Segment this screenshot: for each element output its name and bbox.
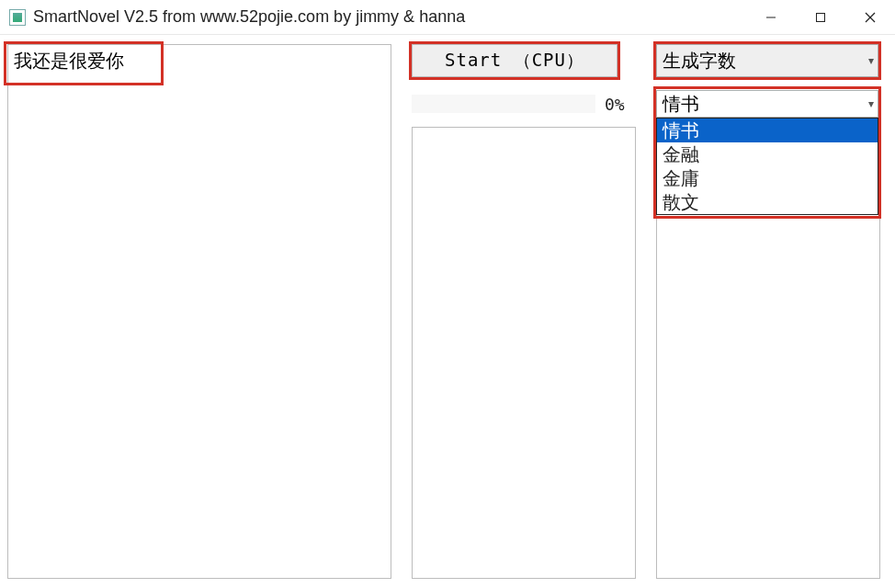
output-middle[interactable] bbox=[412, 127, 636, 579]
close-button[interactable] bbox=[845, 0, 895, 34]
style-dropdown-list[interactable]: 情书 金融 金庸 散文 bbox=[656, 118, 878, 215]
progress-percent: 0% bbox=[605, 95, 625, 114]
titlebar: SmartNovel V2.5 from www.52pojie.com by … bbox=[0, 0, 895, 35]
window-title: SmartNovel V2.5 from www.52pojie.com by … bbox=[33, 7, 746, 27]
style-option[interactable]: 金融 bbox=[657, 142, 878, 166]
progress-bar bbox=[412, 95, 595, 113]
style-select[interactable]: 情书 ▾ bbox=[656, 90, 878, 118]
style-option[interactable]: 散文 bbox=[657, 190, 878, 214]
word-count-selected: 生成字数 bbox=[663, 49, 736, 74]
chevron-down-icon: ▾ bbox=[868, 54, 874, 68]
minimize-button[interactable] bbox=[746, 0, 796, 34]
window-controls bbox=[746, 0, 895, 34]
chevron-down-icon: ▾ bbox=[868, 97, 874, 111]
content-area: Start （CPU） 0% 生成字数 ▾ 情书 ▾ 情书 金融 金庸 散文 bbox=[0, 35, 895, 588]
minimize-icon bbox=[765, 12, 776, 23]
start-button[interactable]: Start （CPU） bbox=[412, 44, 617, 77]
style-selected: 情书 bbox=[663, 92, 699, 117]
prompt-input[interactable] bbox=[7, 44, 391, 579]
app-icon bbox=[9, 9, 26, 26]
maximize-icon bbox=[815, 12, 826, 23]
maximize-button[interactable] bbox=[796, 0, 845, 34]
word-count-select[interactable]: 生成字数 ▾ bbox=[656, 44, 878, 77]
style-option[interactable]: 情书 bbox=[657, 119, 878, 142]
style-option[interactable]: 金庸 bbox=[657, 166, 878, 190]
svg-rect-1 bbox=[817, 13, 825, 21]
close-icon bbox=[865, 12, 876, 23]
progress-row: 0% bbox=[412, 90, 641, 118]
